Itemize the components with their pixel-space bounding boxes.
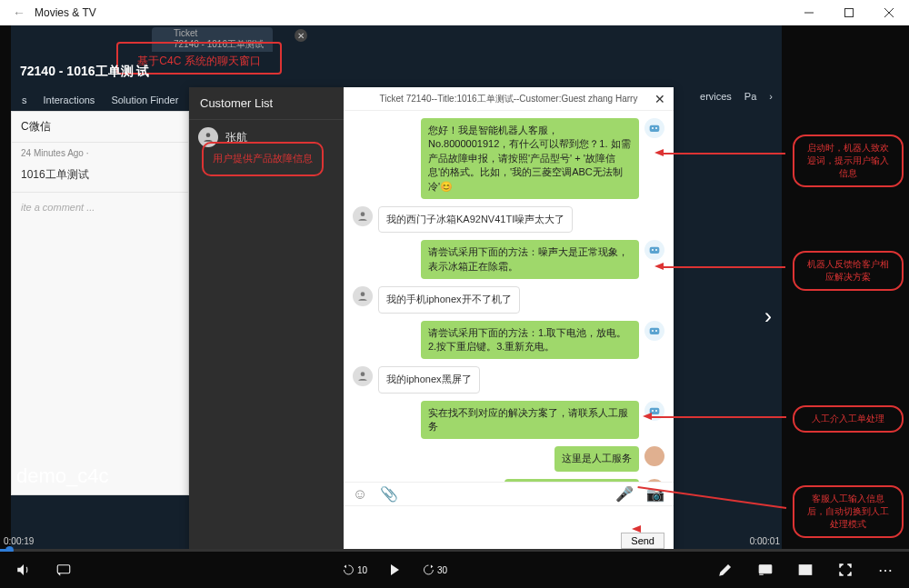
- svg-point-18: [652, 410, 654, 412]
- minimize-button[interactable]: [789, 0, 829, 25]
- tab-item[interactable]: Interactions: [44, 95, 95, 105]
- bot-message: 实在找不到对应的解决方案了，请联系人工服务: [421, 401, 639, 440]
- emoji-icon[interactable]: ☺: [353, 486, 367, 503]
- skip-back-button[interactable]: 10: [342, 557, 367, 583]
- prev-video-icon[interactable]: [0, 298, 16, 334]
- skip-forward-button[interactable]: 30: [422, 557, 447, 583]
- send-button[interactable]: Send: [621, 533, 664, 549]
- cast-icon[interactable]: [753, 557, 778, 583]
- customer-list: Customer List 张航 用户提供产品故障信息: [189, 87, 344, 556]
- user-avatar-icon: [353, 206, 373, 226]
- annotation-r1: 启动时，机器人致欢迎词，提示用户输入信息: [793, 135, 904, 187]
- chevron-right-icon[interactable]: ›: [769, 91, 773, 102]
- chat-close-icon[interactable]: ✕: [652, 91, 668, 107]
- subtitles-icon[interactable]: [51, 557, 76, 583]
- customer-list-heading: Customer List: [189, 87, 344, 119]
- svg-rect-13: [650, 327, 660, 334]
- edit-icon[interactable]: [713, 557, 738, 583]
- video-frame: Ticket 72140 - 1016工单测试 ✕ 基于C4C 系统的聊天窗口 …: [11, 25, 782, 552]
- svg-rect-23: [805, 570, 811, 574]
- feed-panel: C微信 24 Minutes Ago · 1016工单测试 ite a comm…: [11, 111, 189, 495]
- svg-point-4: [206, 133, 211, 137]
- tab-chip-label1: Ticket: [174, 28, 264, 39]
- video-caption: demo_c4c: [16, 464, 109, 488]
- tab-item-right[interactable]: Pa: [744, 91, 756, 102]
- more-icon[interactable]: ⋯: [873, 557, 898, 583]
- chat-pane: Ticket 72140--Title:1016工单测试--Customer:G…: [344, 87, 674, 556]
- bot-message: 请尝试采用下面的方法：1.取下电池，放电。2.按下重启键。3.重新充电。: [421, 321, 639, 360]
- svg-point-19: [655, 410, 657, 412]
- annotation-arrow: [650, 416, 786, 418]
- tab-item-right[interactable]: ervices: [700, 91, 732, 102]
- svg-point-6: [652, 127, 654, 129]
- bot-avatar-icon: [644, 240, 664, 260]
- annotation-r2: 机器人反馈给客户相应解决方案: [793, 251, 904, 291]
- video-area: Ticket 72140 - 1016工单测试 ✕ 基于C4C 系统的聊天窗口 …: [0, 25, 909, 588]
- chat-header-text: Ticket 72140--Title:1016工单测试--Customer:G…: [380, 93, 638, 105]
- tab-item[interactable]: s: [22, 95, 27, 105]
- chat-messages[interactable]: 您好！我是智能机器人客服，No.8000001912，有什么可以帮到您？1. 如…: [344, 111, 674, 482]
- back-arrow-icon[interactable]: ←: [13, 5, 25, 20]
- comment-input[interactable]: ite a comment ...: [12, 193, 188, 222]
- svg-rect-1: [845, 8, 854, 16]
- agent-avatar-icon: [644, 446, 664, 466]
- app-title: Movies & TV: [35, 6, 96, 19]
- next-video-icon[interactable]: ›: [758, 298, 778, 334]
- annotation-arrow: [662, 153, 785, 154]
- maximize-button[interactable]: [829, 0, 869, 25]
- bot-message: 您好！我是智能机器人客服，No.8000001912，有什么可以帮到您？1. 如…: [421, 118, 639, 199]
- fullscreen-icon[interactable]: [833, 557, 858, 583]
- svg-point-14: [652, 330, 654, 332]
- chat-header: Ticket 72140--Title:1016工单测试--Customer:G…: [344, 87, 674, 111]
- annotation-r3: 人工介入工单处理: [793, 405, 904, 433]
- chat-toolbar: ☺ 📎 🎤 📷: [344, 482, 674, 505]
- mini-player-icon[interactable]: [793, 557, 818, 583]
- svg-point-11: [655, 249, 657, 251]
- bot-message: 请尝试采用下面的方法：噪声大是正常现象，表示冰箱正在除霜。: [421, 240, 639, 279]
- svg-point-8: [361, 212, 365, 216]
- bot-avatar-icon: [644, 321, 664, 341]
- arrow-head-icon: [643, 413, 652, 420]
- svg-point-12: [361, 292, 365, 296]
- svg-rect-20: [57, 565, 70, 573]
- tab-close-icon[interactable]: ✕: [295, 29, 307, 42]
- chat-window: Customer List 张航 用户提供产品故障信息 Ticket 72140…: [189, 87, 674, 556]
- svg-point-7: [655, 127, 657, 129]
- arrow-head-icon: [654, 263, 664, 270]
- mic-icon[interactable]: 🎤: [615, 485, 634, 503]
- agent-message: 这里是人工服务: [554, 446, 639, 471]
- time-elapsed: 0:00:19: [0, 536, 34, 546]
- feed-title: 1016工单测试: [12, 164, 188, 193]
- svg-rect-21: [759, 565, 772, 573]
- arrow-head-icon: [632, 525, 641, 533]
- svg-point-15: [655, 330, 657, 332]
- arrow-head-icon: [654, 149, 664, 156]
- user-message: 我的西门子冰箱KA92NV41TI噪声太大了: [378, 206, 573, 233]
- tab-item[interactable]: Solution Finder: [111, 95, 178, 105]
- svg-rect-9: [650, 247, 660, 254]
- volume-icon[interactable]: [11, 557, 36, 583]
- annotation-arrow: [662, 266, 785, 268]
- svg-point-10: [652, 249, 654, 251]
- player-controls: 10 30 ⋯: [0, 552, 909, 588]
- annotation-left: 用户提供产品故障信息: [202, 142, 324, 176]
- close-button[interactable]: [869, 0, 909, 25]
- bot-avatar-icon: [644, 118, 664, 138]
- time-remaining: 0:00:01: [750, 536, 780, 546]
- user-avatar-icon: [353, 286, 373, 306]
- feed-meta: 24 Minutes Ago ·: [12, 143, 188, 164]
- window-titlebar: ← Movies & TV: [0, 0, 909, 25]
- annotation-r4: 客服人工输入信息后，自动切换到人工处理模式: [793, 485, 904, 538]
- user-message: 我的iphonex黑屏了: [378, 366, 480, 393]
- svg-point-16: [361, 373, 365, 377]
- user-message: 我的手机iphonex开不了机了: [378, 286, 520, 313]
- feed-heading: C微信: [12, 112, 188, 143]
- attach-icon[interactable]: 📎: [380, 485, 398, 503]
- page-title: 72140 - 1016工单测 试: [20, 64, 149, 80]
- user-avatar-icon: [353, 366, 373, 386]
- play-button[interactable]: [382, 557, 407, 583]
- svg-rect-5: [650, 125, 660, 132]
